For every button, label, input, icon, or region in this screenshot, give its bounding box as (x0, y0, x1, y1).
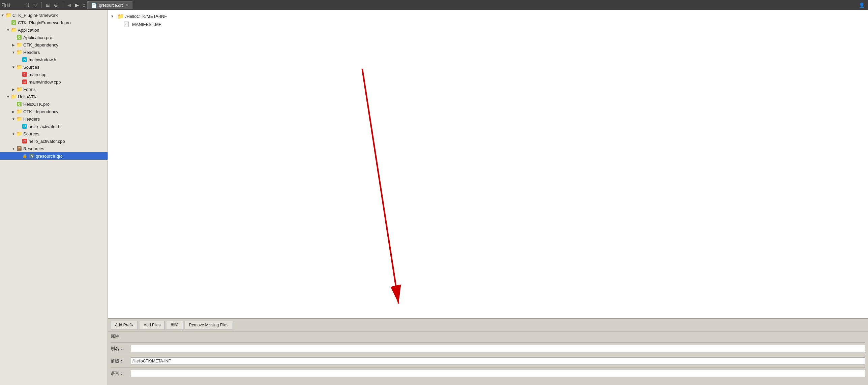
expand-arrow-dep1 (11, 43, 16, 47)
expand-arrow-src2 (11, 132, 16, 136)
res-folder-icon: 📁 (117, 13, 124, 20)
tree-item-sources1[interactable]: 📁 Sources (0, 63, 108, 71)
tree-label-headers2: Headers (23, 117, 40, 122)
lang-input[interactable] (131, 370, 865, 377)
res-file-label: MANIFEST.MF (132, 22, 161, 27)
tree-item-resources[interactable]: 📦 Resources (0, 145, 108, 152)
tree-item-application[interactable]: 📁 Application (0, 26, 108, 34)
tree-label-hello-h: hello_activator.h (29, 124, 60, 129)
res-prefix-label: /HelloCTK/META-INF (125, 14, 167, 19)
tree-label-helloctk: HelloCTK (18, 94, 37, 99)
tab-close-button[interactable]: ✕ (126, 3, 129, 7)
tree-item-ctk-plugin[interactable]: 📁 CTK_PluginFramework (0, 11, 108, 19)
tree-label-mainwindow-h: mainwindow.h (29, 57, 56, 62)
prop-divider3 (111, 367, 865, 367)
prop-row-alias: 别名： (111, 344, 865, 353)
tree-label-app-pro: Application.pro (23, 35, 52, 40)
tree-label-forms: Forms (23, 87, 36, 92)
resource-tree: 📁 /HelloCTK/META-INF □ MANIFEST.MF (108, 10, 868, 30)
tree-item-qrc[interactable]: 🔒 Q qresource.qrc (0, 152, 108, 160)
alias-input[interactable] (131, 345, 865, 352)
tree-item-helloctk[interactable]: 📁 HelloCTK (0, 93, 108, 100)
res-file-icon: □ (124, 22, 129, 27)
folder-icon-src2: 📁 (16, 131, 22, 137)
res-file-row[interactable]: □ MANIFEST.MF (117, 20, 865, 28)
up-down-icon[interactable]: ⇅ (24, 2, 31, 8)
tree-label-headers1: Headers (23, 50, 40, 55)
nav-forward[interactable]: ▶ (73, 2, 81, 8)
tree-item-headers2[interactable]: 📁 Headers (0, 115, 108, 123)
project-label: 项目 (2, 2, 22, 8)
tree-label-resources: Resources (23, 146, 44, 151)
prop-row-lang: 语言： (111, 369, 865, 378)
tree-label-ctk-plugin: CTK_PluginFramework (12, 13, 58, 18)
left-panel: 📁 CTK_PluginFramework Q CTK_PluginFramew… (0, 10, 108, 385)
tree-item-ctk-dep2[interactable]: 📁 CTK_dependency (0, 108, 108, 115)
expand-arrow-forms (11, 88, 16, 91)
tree-label-application: Application (18, 28, 39, 33)
tab-file-icon: 📄 (91, 3, 97, 8)
folder-icon-forms: 📁 (16, 86, 22, 92)
home-icon[interactable]: ⌂ (81, 2, 87, 8)
expand-arrow-ctk (0, 13, 5, 17)
pro-icon-ctk: Q (11, 20, 17, 26)
cpp-icon-main: C (22, 71, 28, 77)
folder-icon-dep1: 📁 (16, 42, 22, 48)
lang-label: 语言： (111, 371, 131, 377)
tree-label-sources1: Sources (23, 65, 39, 70)
button-bar: Add Prefix Add Files 删除 Remove Missing F… (108, 318, 868, 331)
folder-icon-hello: 📁 (11, 94, 17, 100)
expand-arrow-res (11, 147, 16, 151)
add-prefix-button[interactable]: Add Prefix (111, 321, 138, 329)
tree-label-mainwindow-cpp: mainwindow.cpp (29, 79, 61, 85)
tree-item-app-pro[interactable]: Q Application.pro (0, 34, 108, 41)
remove-missing-button[interactable]: Remove Missing Files (184, 321, 233, 329)
res-prefix-row[interactable]: 📁 /HelloCTK/META-INF (111, 12, 865, 20)
properties-panel: 属性 别名： 前缀： 语言： (108, 331, 868, 385)
tree-item-ctk-dep1[interactable]: 📁 CTK_dependency (0, 41, 108, 49)
add-icon[interactable]: ⊕ (53, 2, 59, 8)
main-layout: 📁 CTK_PluginFramework Q CTK_PluginFramew… (0, 10, 868, 385)
tree-label-ctk-pro: CTK_PluginFramework.pro (18, 20, 71, 25)
delete-button[interactable]: 删除 (166, 321, 183, 329)
tree-item-hello-cpp[interactable]: C hello_activator.cpp (0, 137, 108, 145)
user-icon[interactable]: 👤 (858, 2, 866, 8)
tree-item-main-cpp[interactable]: C main.cpp (0, 71, 108, 78)
tab-label: qresource.qrc (99, 3, 123, 8)
qrc-icon: Q (29, 153, 35, 159)
prefix-input[interactable] (131, 357, 865, 365)
folder-icon-src1: 📁 (16, 64, 22, 70)
pro-icon-app: Q (16, 34, 22, 40)
tree-item-mainwindow-cpp[interactable]: C mainwindow.cpp (0, 78, 108, 86)
tree-item-headers1[interactable]: 📁 Headers (0, 49, 108, 56)
active-tab[interactable]: 📄 qresource.qrc ✕ (87, 1, 132, 9)
resource-editor: 📁 /HelloCTK/META-INF □ MANIFEST.MF (108, 10, 868, 318)
tree-item-sources2[interactable]: 📁 Sources (0, 130, 108, 137)
tree-item-mainwindow-h[interactable]: H mainwindow.h (0, 56, 108, 63)
prefix-label: 前缀： (111, 358, 131, 364)
nav-back[interactable]: ◀ (66, 2, 73, 8)
folder-icon-hdr2: 📁 (16, 116, 22, 122)
tree-item-ctk-pro[interactable]: Q CTK_PluginFramework.pro (0, 19, 108, 26)
expand-arrow-dep2 (11, 110, 16, 114)
tree-item-hello-h[interactable]: H hello_activator.h (0, 123, 108, 130)
cpp-icon-mainwindow: C (22, 79, 28, 85)
right-panel: 📁 /HelloCTK/META-INF □ MANIFEST.MF (108, 10, 868, 385)
link-icon[interactable]: ⊞ (44, 2, 51, 8)
folder-icon-ctk: 📁 (5, 12, 11, 18)
pro-icon-hello: Q (16, 101, 22, 107)
add-files-button[interactable]: Add Files (139, 321, 165, 329)
res-prefix-arrow (111, 14, 116, 18)
folder-icon-hdr1: 📁 (16, 49, 22, 55)
toolbar-icons: ⇅ ▽ ⊞ ⊕ (24, 2, 64, 8)
tree-item-forms[interactable]: 📁 Forms (0, 86, 108, 93)
svg-line-1 (362, 69, 399, 303)
properties-title: 属性 (111, 333, 865, 340)
folder-icon-dep2: 📁 (16, 108, 22, 115)
tree-label-dep1: CTK_dependency (23, 42, 58, 47)
annotation-arrow (108, 10, 868, 318)
filter-icon[interactable]: ▽ (32, 2, 39, 8)
expand-arrow-hdr2 (11, 117, 16, 121)
tree-item-hello-pro[interactable]: Q HelloCTK.pro (0, 100, 108, 108)
cpp-icon-hello: C (22, 138, 28, 144)
